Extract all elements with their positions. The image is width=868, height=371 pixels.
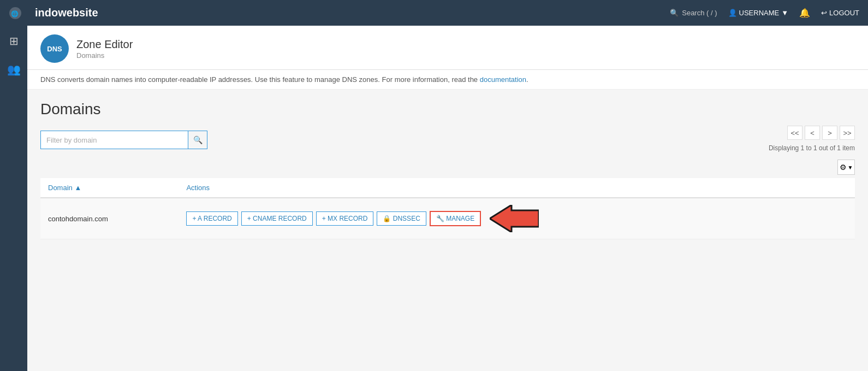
pagination-prev-button[interactable]: < bbox=[805, 126, 820, 140]
filter-search-button[interactable]: 🔍 bbox=[188, 131, 207, 149]
column-header-actions: Actions bbox=[179, 178, 855, 198]
topnav-right: 🔍 Search ( / ) 👤 USERNAME ▼ 🔔 ↩ LOGOUT bbox=[670, 8, 859, 18]
dnssec-button[interactable]: 🔒 DNSSEC bbox=[377, 211, 426, 226]
svg-marker-2 bbox=[490, 205, 539, 232]
search-label: Search ( / ) bbox=[682, 9, 717, 17]
arrow-annotation bbox=[490, 205, 539, 232]
main-layout: ⊞ 👥 DNS Zone Editor Domains DNS converts… bbox=[0, 26, 868, 371]
main-content: DNS Zone Editor Domains DNS converts dom… bbox=[27, 26, 868, 371]
domains-section: Domains 🔍 << < > >> Displaying 1 to 1 ou… bbox=[27, 90, 868, 250]
documentation-link[interactable]: documentation bbox=[480, 75, 526, 84]
domain-table: Domain ▲ Actions contohdomain.com bbox=[40, 178, 855, 239]
user-icon: 👤 bbox=[728, 9, 737, 17]
dns-icon: DNS bbox=[40, 34, 69, 63]
mx-record-button[interactable]: + MX RECORD bbox=[316, 211, 374, 226]
breadcrumb: Domains bbox=[76, 51, 104, 60]
username-label: USERNAME bbox=[739, 9, 780, 17]
column-header-domain[interactable]: Domain ▲ bbox=[40, 178, 179, 198]
logout-label: LOGOUT bbox=[829, 9, 859, 17]
brand-name: indowebsite bbox=[35, 7, 98, 19]
table-body: contohdomain.com + A RECORD + CNAME RECO… bbox=[40, 198, 855, 239]
svg-text:🌐: 🌐 bbox=[11, 10, 19, 17]
action-buttons-group: + A RECORD + CNAME RECORD + MX RECORD 🔒 … bbox=[186, 205, 847, 232]
logout-icon: ↩ bbox=[821, 9, 827, 17]
table-row: contohdomain.com + A RECORD + CNAME RECO… bbox=[40, 198, 855, 239]
pagination-buttons: << < > >> bbox=[787, 126, 855, 140]
settings-gear-button[interactable]: ⚙ ▼ bbox=[837, 160, 855, 175]
gear-row: ⚙ ▼ bbox=[40, 160, 855, 175]
domain-cell: contohdomain.com bbox=[40, 198, 179, 239]
domain-value: contohdomain.com bbox=[48, 215, 108, 223]
a-record-button[interactable]: + A RECORD bbox=[186, 211, 237, 226]
sidebar: ⊞ 👥 bbox=[0, 26, 27, 371]
search-bar[interactable]: 🔍 Search ( / ) bbox=[670, 9, 717, 17]
description-text-before: DNS converts domain names into computer-… bbox=[40, 75, 480, 84]
manage-button[interactable]: 🔧 MANAGE bbox=[430, 211, 481, 226]
actions-cell: + A RECORD + CNAME RECORD + MX RECORD 🔒 … bbox=[179, 198, 855, 239]
logout-button[interactable]: ↩ LOGOUT bbox=[821, 9, 859, 17]
pagination-area: << < > >> Displaying 1 to 1 out of 1 ite… bbox=[769, 126, 855, 154]
pagination-first-button[interactable]: << bbox=[787, 126, 802, 140]
page-title: Zone Editor bbox=[76, 38, 133, 51]
domain-column-label: Domain ▲ bbox=[48, 184, 81, 192]
pagination-next-button[interactable]: > bbox=[822, 126, 837, 140]
user-menu[interactable]: 👤 USERNAME ▼ bbox=[728, 9, 789, 17]
filter-row: 🔍 << < > >> Displaying 1 to 1 out of 1 i… bbox=[40, 126, 855, 154]
actions-column-label: Actions bbox=[186, 184, 210, 192]
description-bar: DNS converts domain names into computer-… bbox=[27, 70, 868, 90]
description-text-after: . bbox=[526, 75, 528, 84]
search-icon: 🔍 bbox=[670, 9, 679, 17]
domain-filter-input[interactable] bbox=[40, 131, 188, 149]
sidebar-item-users[interactable]: 👥 bbox=[0, 60, 27, 79]
pagination-last-button[interactable]: >> bbox=[840, 126, 855, 140]
chevron-down-icon: ▼ bbox=[781, 9, 788, 17]
page-header: DNS Zone Editor Domains bbox=[27, 26, 868, 70]
brand-logo: 🌐 bbox=[9, 3, 31, 23]
page-title-group: Zone Editor Domains bbox=[76, 38, 133, 60]
cname-record-button[interactable]: + CNAME RECORD bbox=[241, 211, 313, 226]
red-arrow-icon bbox=[490, 205, 539, 232]
top-navigation: 🌐 indowebsite 🔍 Search ( / ) 👤 USERNAME … bbox=[0, 0, 868, 26]
pagination-info: Displaying 1 to 1 out of 1 item bbox=[769, 144, 855, 152]
domains-title: Domains bbox=[40, 101, 855, 118]
sidebar-item-grid[interactable]: ⊞ bbox=[0, 31, 27, 51]
notifications-bell-icon[interactable]: 🔔 bbox=[799, 8, 810, 18]
brand-area: 🌐 indowebsite bbox=[9, 3, 98, 23]
filter-left: 🔍 bbox=[40, 131, 207, 149]
table-header: Domain ▲ Actions bbox=[40, 178, 855, 198]
